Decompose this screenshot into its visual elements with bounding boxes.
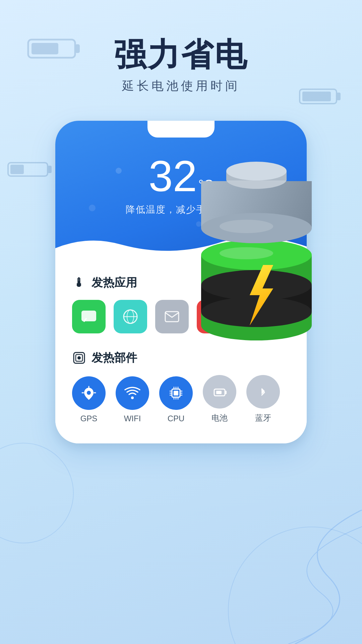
gps-component[interactable]: GPS — [72, 376, 106, 423]
svg-rect-13 — [165, 312, 179, 322]
phone-frame: 32°C 降低温度，减少手机发热 🌡 发热应用 — [55, 121, 307, 443]
bluetooth-icon-circle — [246, 375, 280, 409]
svg-rect-20 — [174, 391, 178, 395]
wifi-icon-circle — [116, 376, 149, 410]
battery-component[interactable]: 电池 — [203, 375, 236, 423]
gps-icon-circle — [72, 376, 106, 410]
app-icons-row — [72, 300, 290, 333]
temperature-value: 32 — [148, 154, 197, 198]
cpu-icon-circle — [159, 376, 193, 410]
svg-rect-34 — [225, 391, 227, 394]
wifi-label: WIFI — [124, 414, 141, 423]
svg-point-18 — [131, 396, 134, 399]
gear-heat-icon — [72, 351, 86, 365]
component-icons-row: GPS WIFI — [72, 375, 290, 423]
phone-top-section: 32°C 降低温度，减少手机发热 — [55, 121, 307, 262]
phone-notch — [147, 121, 215, 138]
svg-rect-8 — [10, 165, 24, 174]
temperature-unit: °C — [198, 177, 214, 192]
main-title: 强力省电 — [0, 37, 362, 72]
video-app-icon[interactable] — [197, 300, 230, 333]
wifi-component[interactable]: WIFI — [116, 376, 149, 423]
sub-title: 延长电池使用时间 — [0, 78, 362, 94]
battery-icon-circle — [203, 375, 236, 409]
mail-app-icon[interactable] — [155, 300, 189, 333]
phone-mockup: 32°C 降低温度，减少手机发热 🌡 发热应用 — [55, 121, 307, 443]
svg-rect-9 — [81, 311, 96, 321]
hot-apps-section-title: 🌡 发热应用 — [72, 275, 290, 290]
svg-rect-7 — [48, 166, 52, 173]
temperature-description: 降低温度，减少手机发热 — [55, 203, 307, 216]
battery-label: 电池 — [212, 413, 228, 423]
header: 强力省电 延长电池使用时间 — [0, 0, 362, 94]
hot-components-section-title: 发热部件 — [72, 350, 290, 366]
phone-inner: 32°C 降低温度，减少手机发热 🌡 发热应用 — [55, 121, 307, 443]
thermometer-icon: 🌡 — [72, 276, 86, 290]
cpu-label: CPU — [168, 414, 185, 423]
bluetooth-label: 蓝牙 — [255, 413, 271, 423]
bluetooth-component[interactable]: 蓝牙 — [246, 375, 280, 423]
cpu-component[interactable]: CPU — [159, 376, 193, 423]
wave-decoration — [55, 228, 307, 262]
hot-components-label: 发热部件 — [92, 350, 137, 366]
gps-label: GPS — [80, 414, 98, 423]
bg-battery-left-icon — [7, 161, 54, 178]
svg-point-17 — [87, 391, 91, 395]
svg-point-16 — [77, 356, 81, 360]
bg-curve-decoration — [194, 510, 362, 644]
bubble-5 — [196, 221, 201, 227]
svg-rect-35 — [216, 391, 222, 394]
phone-content-area: 🌡 发热应用 — [55, 262, 307, 443]
browser-app-icon[interactable] — [114, 300, 147, 333]
messages-app-icon[interactable] — [72, 300, 106, 333]
hot-apps-label: 发热应用 — [92, 275, 137, 290]
